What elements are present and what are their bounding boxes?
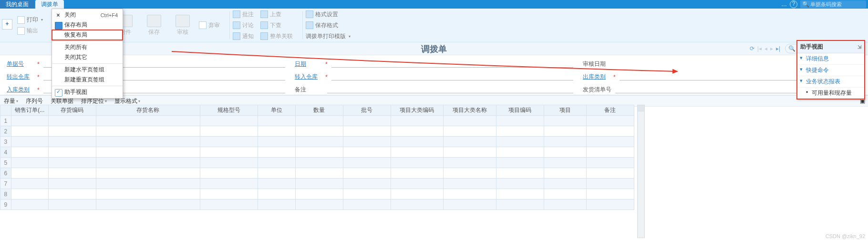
last-icon[interactable]: ▸|: [775, 45, 781, 52]
menu-label: 保存布局: [64, 21, 87, 29]
top-search-input[interactable]: [809, 1, 868, 8]
col-header[interactable]: 数量: [295, 105, 343, 116]
table-row[interactable]: 5: [0, 158, 634, 168]
label-ship-no: 发货清单号: [583, 86, 611, 94]
notify-icon: [233, 32, 240, 40]
label-in-type: 入库类别: [7, 86, 35, 94]
stock-button[interactable]: 存量▾: [4, 97, 18, 105]
menu-restore-layout[interactable]: 恢复布局: [52, 30, 123, 40]
field-in-type[interactable]: 入库类别 *: [7, 86, 285, 94]
label-audit-date: 审核日期: [583, 60, 611, 68]
col-header[interactable]: 销售订单(...: [11, 105, 48, 116]
col-header[interactable]: 项目编码: [496, 105, 544, 116]
col-header[interactable]: 项目大类名称: [444, 105, 496, 116]
field-out-wh[interactable]: 转出仓库 *: [7, 73, 285, 81]
field-date[interactable]: 日期 *: [295, 60, 573, 68]
assistant-panel: 助手视图 ⇲ 详细信息 快捷命令 业务状态报表 可用量和现存量: [796, 40, 865, 100]
tab-transfer[interactable]: 调拨单: [35, 0, 64, 9]
label-billno: 单据号: [7, 60, 35, 68]
table-row[interactable]: 4: [0, 147, 634, 158]
dots-icon[interactable]: …: [781, 1, 787, 8]
data-grid[interactable]: 销售订单(...存货编码存货名称规格型号单位数量批号项目大类编码项目大类名称项目…: [0, 105, 639, 240]
col-header[interactable]: 单位: [258, 105, 295, 116]
menu-close-others[interactable]: 关闭其它: [52, 52, 123, 62]
first-icon[interactable]: |◂: [756, 45, 763, 52]
tab-context-menu[interactable]: ×关闭Ctrl+F4保存布局恢复布局关闭所有关闭其它新建水平页签组新建垂直页签组…: [52, 9, 123, 99]
col-header[interactable]: 规格型号: [200, 105, 258, 116]
field-in-wh[interactable]: 转入仓库 *: [295, 73, 573, 81]
menu-label: 关闭其它: [64, 53, 87, 61]
save-button[interactable]: 保存: [142, 9, 166, 42]
menu-label: 关闭所有: [64, 43, 87, 51]
discard-icon: [199, 21, 207, 29]
relate-all-button[interactable]: 整单关联: [260, 32, 293, 40]
field-remark[interactable]: 备注: [295, 86, 573, 94]
col-header[interactable]: 备注: [586, 105, 634, 116]
col-header[interactable]: 存货编码: [48, 105, 96, 116]
col-header[interactable]: 项目: [544, 105, 586, 116]
label-in-wh: 转入仓库: [295, 73, 323, 81]
table-row[interactable]: 8: [0, 189, 634, 200]
menu-close[interactable]: ×关闭Ctrl+F4: [52, 10, 123, 20]
discard-review-button[interactable]: 弃审: [199, 21, 220, 30]
table-row[interactable]: 9: [0, 200, 634, 210]
top-search[interactable]: 🔍: [800, 0, 866, 8]
col-header[interactable]: 项目大类编码: [391, 105, 444, 116]
print-template-button[interactable]: 调拨单打印模版▾: [306, 32, 351, 40]
label-remark: 备注: [295, 86, 323, 94]
next-icon[interactable]: ▸: [769, 45, 774, 52]
serial-button[interactable]: 序列号: [26, 97, 43, 105]
save-format-button[interactable]: 保存格式: [306, 21, 351, 30]
save-icon: [147, 15, 161, 27]
menu-label: 新建水平页签组: [64, 66, 104, 74]
add-button[interactable]: +: [2, 19, 12, 30]
annotate-button[interactable]: 批注: [233, 10, 254, 19]
menu-close-all[interactable]: 关闭所有: [52, 42, 123, 52]
lookup-down-button[interactable]: 下查: [260, 21, 293, 30]
scrollbar[interactable]: [637, 105, 645, 238]
refresh-icon[interactable]: ⟳: [749, 45, 755, 52]
topbar: 我的桌面 调拨单 … ? 🔍: [0, 0, 868, 9]
lookup-up-button[interactable]: 上查: [260, 10, 293, 19]
assist-sec-detail[interactable]: 详细信息: [797, 53, 864, 65]
prev-icon[interactable]: ◂: [764, 45, 768, 52]
table-row[interactable]: 6: [0, 168, 634, 179]
review-button[interactable]: 审核: [170, 9, 195, 42]
label-out-type: 出库类别: [583, 73, 611, 81]
menu-label: 关闭: [64, 11, 76, 19]
field-billno[interactable]: 单据号 *: [7, 60, 285, 68]
menu-save-layout[interactable]: 保存布局: [52, 20, 123, 30]
format-icon: [306, 10, 313, 18]
table-row[interactable]: 1: [0, 116, 634, 126]
printer-icon: [17, 16, 25, 24]
label-date: 日期: [295, 60, 323, 68]
assist-item-stockqty[interactable]: 可用量和现存量: [797, 88, 864, 99]
col-header[interactable]: 批号: [343, 105, 391, 116]
table-row[interactable]: 2: [0, 126, 634, 137]
table-row[interactable]: 3: [0, 137, 634, 147]
pin-icon[interactable]: ⇲: [858, 44, 861, 50]
output-button[interactable]: 输出: [17, 27, 43, 35]
annotate-icon: [233, 10, 240, 18]
assist-sec-report[interactable]: 业务状态报表: [797, 76, 864, 88]
menu-label: 助手视图: [64, 88, 87, 96]
menu-label: 新建垂直页签组: [64, 76, 104, 84]
menu-shortcut: Ctrl+F4: [101, 12, 118, 18]
format-settings-button[interactable]: 格式设置: [306, 10, 351, 19]
table-row[interactable]: 7: [0, 179, 634, 189]
menu-new-h-tabgrp[interactable]: 新建水平页签组: [52, 65, 123, 75]
menu-new-v-tabgrp[interactable]: 新建垂直页签组: [52, 75, 123, 85]
form-title: 调拨单: [0, 43, 868, 55]
discuss-button[interactable]: 讨论: [233, 21, 254, 30]
col-header[interactable]: 存货名称: [96, 105, 200, 116]
tab-desktop[interactable]: 我的桌面: [0, 0, 34, 9]
assistant-title: 助手视图: [800, 43, 823, 51]
link-icon: [260, 32, 268, 40]
search-icon: 🔍: [788, 45, 796, 52]
assist-sec-quick[interactable]: 快捷命令: [797, 65, 864, 76]
help-icon[interactable]: ?: [790, 0, 797, 8]
notify-button[interactable]: 通知: [233, 32, 254, 40]
menu-helper-view[interactable]: 助手视图: [52, 87, 123, 97]
print-button[interactable]: 打印▾: [17, 16, 43, 24]
form-header: 调拨单 ⟳ |◂ ◂ ▸ ▸| 🔍 ☰ 高级 单据号 * 日期 * 审核日期: [0, 42, 868, 95]
